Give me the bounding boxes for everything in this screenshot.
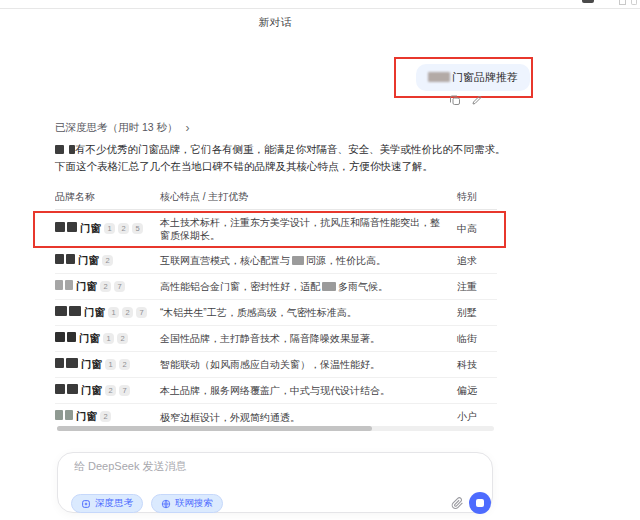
edit-icon[interactable] — [470, 93, 484, 107]
brand-name-suffix: 门窗 — [78, 254, 99, 266]
feature-text: 全国性品牌，主打静音技术，隔音降噪效果显著。 — [160, 333, 380, 344]
redaction-block — [55, 384, 65, 394]
citation-badge[interactable]: 7 — [136, 307, 147, 318]
table-row: 门窗2互联网直营模式，核心配置与同源，性价比高。追求 — [55, 248, 497, 274]
feature-text: 高性能铝合金门窗，密封性好，适配 — [160, 281, 320, 292]
feature-text: 互联网直营模式，核心配置与 — [160, 255, 290, 266]
redaction-block — [322, 282, 336, 291]
brand-name-cell: 门窗127 — [55, 306, 160, 320]
table-row: 门窗27高性能铝合金门窗，密封性好，适配多雨气候。注重 — [55, 274, 497, 300]
redaction-block — [292, 256, 304, 265]
feature-text: 本土品牌，服务网络覆盖广，中式与现代设计结合。 — [160, 385, 390, 396]
stop-generating-button[interactable] — [469, 492, 491, 514]
feature-text: 极窄边框设计，外观简约通透。 — [160, 412, 300, 423]
scrollbar-thumb[interactable] — [57, 426, 372, 431]
deepthink-pill-label: 深度思考 — [95, 497, 133, 510]
citation-badge[interactable]: 2 — [117, 333, 128, 344]
table-row: 门窗12智能联动（如风雨感应自动关窗），保温性能好。科技 — [55, 352, 497, 378]
composer-card: 深度思考 联网搜索 — [57, 452, 493, 513]
message-actions — [448, 93, 484, 107]
composer-pills: 深度思考 联网搜索 — [71, 494, 223, 513]
citation-badge[interactable]: 2 — [102, 255, 113, 266]
copy-icon[interactable] — [448, 93, 462, 107]
annotation-box — [394, 57, 533, 98]
brand-name-suffix: 门窗 — [76, 280, 97, 292]
brand-name-cell: 门窗12 — [55, 332, 160, 346]
header-brand: 品牌名称 — [55, 190, 160, 204]
attachment-paperclip-icon[interactable] — [451, 496, 465, 512]
fit-cell: 科技 — [457, 358, 497, 372]
feature-cell: 全国性品牌，主打静音技术，隔音降噪效果显著。 — [160, 332, 457, 345]
window-control-remnant — [631, 0, 637, 5]
message-input[interactable] — [74, 459, 394, 481]
citation-badge[interactable]: 7 — [114, 281, 125, 292]
brand-name-suffix: 门窗 — [81, 384, 102, 396]
feature-text: 同源，性价比高。 — [306, 255, 386, 266]
brand-name-cell: 门窗2 — [55, 254, 160, 268]
table-row: 门窗12全国性品牌，主打静音技术，隔音降噪效果显著。临街 — [55, 326, 497, 352]
citation-badge[interactable]: 2 — [119, 359, 130, 370]
feature-cell: 本土品牌，服务网络覆盖广，中式与现代设计结合。 — [160, 384, 457, 397]
header-features: 核心特点 / 主打优势 — [160, 190, 457, 203]
brand-name-suffix: 门窗 — [76, 410, 97, 422]
deepthink-duration-label: 已深度思考（用时 13 秒） — [55, 121, 178, 135]
citation-badge[interactable]: 7 — [119, 385, 130, 396]
brand-name-cell: 门窗2 — [55, 410, 160, 424]
chevron-right-icon: › — [186, 121, 190, 135]
deepthink-icon — [81, 499, 91, 509]
window-top-strip — [0, 0, 640, 9]
header-fit: 特别 — [457, 190, 497, 204]
citation-badge[interactable]: 2 — [100, 411, 111, 422]
redaction-block — [55, 410, 63, 420]
citation-badge[interactable]: 2 — [100, 281, 111, 292]
feature-cell: 互联网直营模式，核心配置与同源，性价比高。 — [160, 254, 457, 267]
web-search-pill-button[interactable]: 联网搜索 — [151, 494, 223, 513]
citation-badge[interactable]: 2 — [105, 385, 116, 396]
brand-name-cell: 门窗27 — [55, 384, 160, 398]
deepthink-pill-button[interactable]: 深度思考 — [71, 494, 143, 513]
redaction-block — [55, 145, 64, 154]
redaction-block — [66, 358, 78, 368]
deepthink-toggle[interactable]: 已深度思考（用时 13 秒） › — [55, 121, 190, 135]
brand-name-cell: 门窗12 — [55, 358, 160, 372]
redaction-block — [55, 358, 64, 368]
table-row: 门窗127“木铝共生”工艺，质感高级，气密性标准高。别墅 — [55, 300, 497, 326]
brand-name-suffix: 门窗 — [81, 358, 102, 370]
globe-icon — [161, 499, 171, 509]
fit-cell: 临街 — [457, 332, 497, 346]
redaction-block — [67, 332, 76, 342]
brand-name-cell: 门窗27 — [55, 280, 160, 294]
citation-badge[interactable]: 2 — [122, 307, 133, 318]
stop-icon — [476, 499, 484, 507]
feature-text: “木铝共生”工艺，质感高级，气密性标准高。 — [160, 307, 357, 318]
feature-cell: 极窄边框设计，外观简约通透。 — [160, 411, 457, 424]
citation-badge[interactable]: 1 — [108, 307, 119, 318]
redaction-block — [55, 306, 67, 316]
redaction-block — [65, 280, 73, 290]
window-control-remnant — [582, 0, 594, 3]
fit-cell: 追求 — [457, 254, 497, 268]
redaction-block — [69, 306, 81, 316]
fit-cell: 别墅 — [457, 306, 497, 320]
table-horizontal-scrollbar — [57, 426, 494, 431]
assistant-intro-paragraph: 有不少优秀的门窗品牌，它们各有侧重，能满足你对隔音、安全、美学或性价比的不同需求… — [55, 141, 513, 175]
chat-window: 新对话 门窗品牌推荐 已深度思考（用时 13 秒） › 有不少优秀的门窗品牌，它… — [0, 0, 640, 520]
table-header-row: 品牌名称 核心特点 / 主打优势 特别 — [55, 184, 497, 210]
web-search-pill-label: 联网搜索 — [175, 497, 213, 510]
redaction-block — [55, 332, 65, 342]
citation-badge[interactable]: 1 — [105, 359, 116, 370]
citation-badge[interactable]: 1 — [103, 333, 114, 344]
feature-cell: “木铝共生”工艺，质感高级，气密性标准高。 — [160, 306, 457, 319]
feature-cell: 智能联动（如风雨感应自动关窗），保温性能好。 — [160, 358, 457, 371]
table-row: 门窗27本土品牌，服务网络覆盖广，中式与现代设计结合。偏远 — [55, 378, 497, 404]
fit-cell: 偏远 — [457, 384, 497, 398]
brand-name-suffix: 门窗 — [84, 306, 105, 318]
redaction-block — [67, 384, 78, 394]
redaction-block — [65, 410, 73, 420]
redaction-block — [55, 254, 64, 264]
fit-cell: 小户 — [457, 410, 497, 424]
feature-cell: 高性能铝合金门窗，密封性好，适配多雨气候。 — [160, 280, 457, 293]
window-control-remnant — [619, 0, 626, 5]
redaction-block — [55, 280, 63, 290]
feature-text: 多雨气候。 — [338, 281, 388, 292]
